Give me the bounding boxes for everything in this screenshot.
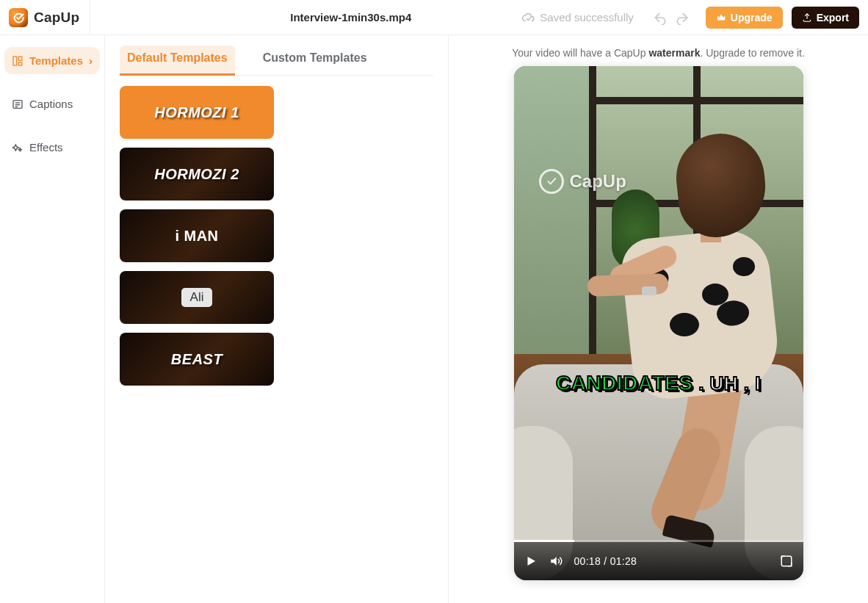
video-player[interactable]: CapUp CANDIDATES . UH , I 00:18 / 01: xyxy=(514,66,803,580)
template-label: HORMOZI 2 xyxy=(154,166,239,183)
template-label: i MAN xyxy=(175,228,218,245)
wm-note-bold: watermark xyxy=(648,47,700,59)
video-time: 00:18 / 01:28 xyxy=(574,555,637,567)
capup-watermark-icon xyxy=(539,169,564,194)
templates-panel: Default Templates Custom Templates HORMO… xyxy=(105,35,449,603)
crown-icon xyxy=(716,12,726,23)
template-label: HORMOZI 1 xyxy=(154,104,239,121)
effects-icon xyxy=(12,142,23,154)
template-card-ali[interactable]: Ali xyxy=(120,271,274,324)
upgrade-button[interactable]: Upgrade xyxy=(706,7,783,29)
fullscreen-button[interactable] xyxy=(780,555,793,568)
play-icon xyxy=(524,555,538,568)
undo-icon xyxy=(653,10,668,25)
brand-logo-icon xyxy=(9,8,28,27)
template-card-beast[interactable]: BEAST xyxy=(120,333,274,386)
template-card-iman[interactable]: i MAN xyxy=(120,209,274,262)
volume-icon xyxy=(549,555,563,568)
template-label: BEAST xyxy=(171,351,223,368)
preview-pane: Your video will have a CapUp watermark. … xyxy=(449,35,868,603)
template-card-hormozi-2[interactable]: HORMOZI 2 xyxy=(120,148,274,201)
watermark-note: Your video will have a CapUp watermark. … xyxy=(512,47,805,59)
video-time-duration: 01:28 xyxy=(610,555,637,567)
export-button[interactable]: Export xyxy=(792,7,859,29)
brand[interactable]: CapUp xyxy=(9,0,90,35)
export-label: Export xyxy=(817,12,849,24)
undo-button[interactable] xyxy=(653,10,668,25)
save-status: Saved successfully xyxy=(522,11,634,24)
fullscreen-icon xyxy=(780,555,793,568)
brand-name: CapUp xyxy=(34,10,79,26)
video-progress-bar[interactable] xyxy=(514,540,803,542)
filename[interactable]: Interview-1min30s.mp4 xyxy=(290,11,411,24)
caption-overlay: CANDIDATES . UH , I xyxy=(514,372,803,395)
templates-list: HORMOZI 1 HORMOZI 2 i MAN Ali BEAST xyxy=(120,86,274,386)
svg-rect-1 xyxy=(18,57,22,60)
svg-rect-2 xyxy=(18,62,22,65)
capup-watermark-text: CapUp xyxy=(570,171,626,192)
svg-marker-7 xyxy=(527,557,535,566)
volume-button[interactable] xyxy=(549,555,563,568)
nav-templates-label: Templates xyxy=(29,54,83,67)
redo-icon xyxy=(675,10,690,25)
save-status-label: Saved successfully xyxy=(540,11,634,24)
redo-button[interactable] xyxy=(675,10,690,25)
captions-icon xyxy=(12,98,23,110)
export-icon xyxy=(802,12,812,23)
templates-tabs: Default Templates Custom Templates xyxy=(120,46,433,76)
chevron-right-icon: › xyxy=(89,54,93,67)
tab-custom-templates[interactable]: Custom Templates xyxy=(256,46,375,75)
history-controls xyxy=(653,10,690,25)
cloud-check-icon xyxy=(522,11,535,24)
caption-rest: . UH , I xyxy=(692,372,761,394)
tab-default-templates[interactable]: Default Templates xyxy=(120,46,235,76)
play-button[interactable] xyxy=(524,555,538,568)
template-label: Ali xyxy=(181,288,213,307)
nav-effects-label: Effects xyxy=(29,141,63,154)
nav-captions[interactable]: Captions xyxy=(4,90,100,118)
caption-highlight-word: CANDIDATES xyxy=(556,372,692,394)
wm-note-post: . Upgrade to remove it. xyxy=(700,47,804,59)
wm-note-pre: Your video will have a CapUp xyxy=(512,47,648,59)
svg-rect-9 xyxy=(781,556,792,566)
left-nav: Templates › Captions Effects xyxy=(0,35,105,603)
video-controls: 00:18 / 01:28 xyxy=(514,542,803,580)
template-card-hormozi-1[interactable]: HORMOZI 1 xyxy=(120,86,274,139)
nav-captions-label: Captions xyxy=(29,98,73,110)
templates-icon xyxy=(12,55,23,67)
video-frame: CapUp xyxy=(514,66,803,580)
nav-templates[interactable]: Templates › xyxy=(4,47,100,74)
video-time-current: 00:18 xyxy=(574,555,601,567)
nav-effects[interactable]: Effects xyxy=(4,134,100,161)
upgrade-label: Upgrade xyxy=(731,12,773,24)
topbar: CapUp Interview-1min30s.mp4 Saved succes… xyxy=(0,0,868,35)
video-time-sep: / xyxy=(601,555,610,567)
svg-rect-0 xyxy=(13,57,17,65)
capup-watermark: CapUp xyxy=(539,169,626,194)
svg-marker-8 xyxy=(551,557,557,566)
